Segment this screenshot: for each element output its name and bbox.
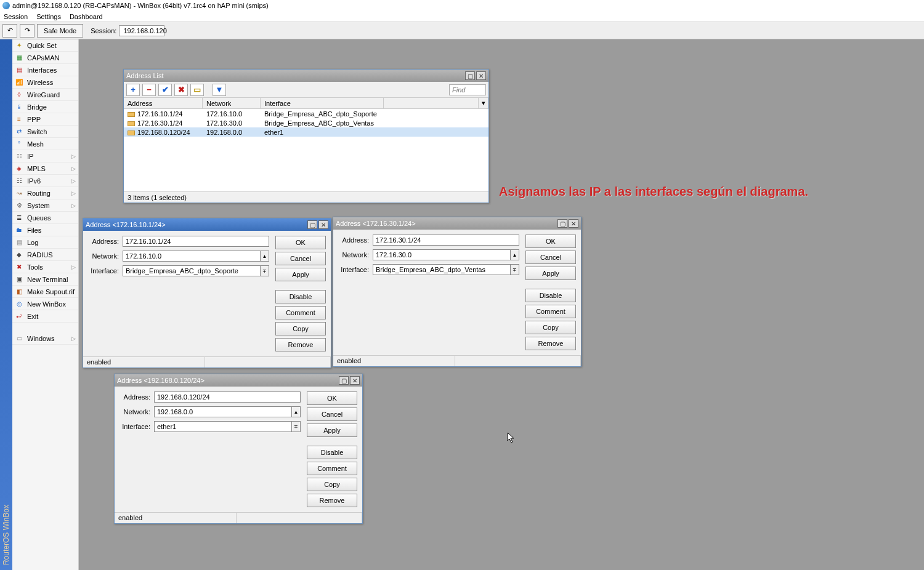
expand-up-icon[interactable]: ▲: [261, 251, 269, 262]
menu-settings[interactable]: Settings: [36, 13, 61, 20]
comment-button[interactable]: Comment: [307, 462, 357, 475]
nav-icon: ▭: [15, 334, 23, 343]
table-row[interactable]: 172.16.10.1/24172.16.10.0Bridge_Empresa_…: [124, 109, 488, 118]
apply-button[interactable]: Apply: [525, 267, 576, 280]
cancel-button[interactable]: Cancel: [307, 407, 357, 421]
apply-button[interactable]: Apply: [275, 268, 326, 281]
find-input[interactable]: [449, 84, 486, 95]
nav-label: Log: [27, 239, 38, 246]
disable-button[interactable]: Disable: [275, 290, 326, 303]
window-header[interactable]: Address <172.16.10.1/24> ▢ ✕: [83, 219, 331, 231]
sidebar-item-mesh[interactable]: °Mesh: [12, 138, 78, 150]
sidebar-item-tools[interactable]: ✖Tools▷: [12, 261, 78, 273]
enable-button[interactable]: ✔: [158, 84, 172, 96]
nav-label: System: [27, 202, 50, 209]
address-input[interactable]: [154, 391, 301, 403]
address-input[interactable]: [373, 235, 519, 246]
sidebar-item-quick-set[interactable]: ✦Quick Set: [12, 39, 78, 52]
sidebar-item-bridge[interactable]: ⫓Bridge: [12, 101, 78, 113]
safe-mode-button[interactable]: Safe Mode: [37, 24, 83, 38]
comment-button[interactable]: ▭: [190, 84, 204, 96]
close-button[interactable]: ✕: [476, 71, 486, 80]
interface-combo[interactable]: [373, 264, 511, 275]
sidebar-item-switch[interactable]: ⇄Switch: [12, 126, 78, 138]
add-button[interactable]: +: [126, 84, 140, 96]
table-row[interactable]: 172.16.30.1/24172.16.30.0Bridge_Empresa_…: [124, 118, 488, 127]
close-button[interactable]: ✕: [569, 219, 578, 228]
ok-button[interactable]: OK: [525, 235, 576, 248]
sidebar-item-ipv6[interactable]: ☷IPv6▷: [12, 175, 78, 187]
detail-body: Address: Network:▲ Interface:∓ OK Cancel…: [83, 231, 331, 356]
cancel-button[interactable]: Cancel: [525, 251, 576, 264]
remove-button[interactable]: Remove: [525, 337, 576, 350]
column-dropdown-icon[interactable]: ▾: [479, 98, 488, 108]
nav-icon: ◧: [15, 287, 23, 296]
sidebar-item-log[interactable]: ▤Log: [12, 236, 78, 249]
ok-button[interactable]: OK: [307, 391, 357, 405]
button-column: OK Cancel Apply Disable Comment Copy Rem…: [275, 236, 326, 351]
sidebar-item-exit[interactable]: ⮐Exit: [12, 310, 78, 323]
expand-up-icon[interactable]: ▲: [511, 249, 519, 260]
sidebar-item-new-terminal[interactable]: ▣New Terminal: [12, 273, 78, 286]
sidebar-item-wireless[interactable]: 📶Wireless: [12, 76, 78, 89]
network-input[interactable]: [123, 251, 261, 262]
label-address: Address:: [338, 236, 373, 244]
interface-combo[interactable]: [123, 265, 261, 276]
sidebar-item-interfaces[interactable]: ▤Interfaces: [12, 64, 78, 76]
comment-button[interactable]: Comment: [275, 306, 326, 319]
menu-session[interactable]: Session: [4, 13, 28, 20]
remove-button[interactable]: Remove: [307, 494, 357, 507]
window-header[interactable]: Address <172.16.30.1/24> ▢ ✕: [333, 217, 581, 230]
window-header[interactable]: Address List ▢ ✕: [124, 70, 488, 82]
window-header[interactable]: Address <192.168.0.120/24> ▢ ✕: [115, 374, 362, 387]
sidebar-item-windows[interactable]: ▭Windows▷: [12, 332, 78, 345]
expand-up-icon[interactable]: ▲: [292, 406, 301, 417]
sidebar-item-new-winbox[interactable]: ◎New WinBox: [12, 298, 78, 310]
col-interface[interactable]: Interface: [261, 98, 384, 108]
minimize-button[interactable]: ▢: [465, 71, 475, 80]
dropdown-icon[interactable]: ∓: [511, 264, 519, 275]
sidebar-item-wireguard[interactable]: ◊WireGuard: [12, 89, 78, 101]
col-network[interactable]: Network: [203, 98, 261, 108]
dropdown-icon[interactable]: ∓: [261, 265, 269, 276]
close-button[interactable]: ✕: [318, 220, 328, 229]
network-input[interactable]: [154, 406, 292, 417]
sidebar-item-mpls[interactable]: ◈MPLS▷: [12, 163, 78, 175]
sidebar-item-radius[interactable]: ◆RADIUS: [12, 249, 78, 261]
close-button[interactable]: ✕: [350, 376, 360, 385]
col-address[interactable]: Address: [124, 98, 203, 108]
dropdown-icon[interactable]: ∓: [292, 421, 301, 432]
ok-button[interactable]: OK: [275, 236, 326, 249]
menu-dashboard[interactable]: Dashboard: [70, 13, 103, 20]
copy-button[interactable]: Copy: [275, 322, 326, 335]
interface-combo[interactable]: [154, 421, 292, 432]
sidebar-item-files[interactable]: 🖿Files: [12, 224, 78, 236]
undo-button[interactable]: ↶: [2, 24, 17, 38]
sidebar-item-ppp[interactable]: ≡PPP: [12, 113, 78, 126]
button-column: OK Cancel Apply Disable Comment Copy Rem…: [307, 391, 357, 507]
remove-button[interactable]: Remove: [275, 338, 326, 351]
remove-button[interactable]: −: [142, 84, 156, 96]
filter-button[interactable]: ▼: [213, 84, 226, 96]
sidebar-item-queues[interactable]: ≣Queues: [12, 212, 78, 224]
network-input[interactable]: [373, 249, 511, 260]
address-input[interactable]: [123, 236, 269, 247]
table-row[interactable]: 192.168.0.120/24192.168.0.0ether1: [124, 127, 488, 137]
sidebar-item-routing[interactable]: ↝Routing▷: [12, 187, 78, 199]
minimize-button[interactable]: ▢: [339, 376, 349, 385]
sidebar-item-system[interactable]: ⚙System▷: [12, 199, 78, 212]
copy-button[interactable]: Copy: [307, 478, 357, 491]
redo-button[interactable]: ↷: [20, 24, 34, 38]
copy-button[interactable]: Copy: [525, 321, 576, 334]
disable-button[interactable]: Disable: [525, 289, 576, 302]
minimize-button[interactable]: ▢: [557, 219, 567, 228]
apply-button[interactable]: Apply: [307, 423, 357, 437]
sidebar-item-make-supout.rif[interactable]: ◧Make Supout.rif: [12, 286, 78, 298]
sidebar-item-ip[interactable]: ☷IP▷: [12, 150, 78, 163]
disable-button[interactable]: Disable: [307, 446, 357, 459]
comment-button[interactable]: Comment: [525, 305, 576, 318]
minimize-button[interactable]: ▢: [307, 220, 317, 229]
sidebar-item-capsman[interactable]: ▦CAPsMAN: [12, 52, 78, 64]
disable-button[interactable]: ✖: [174, 84, 188, 96]
cancel-button[interactable]: Cancel: [275, 252, 326, 265]
